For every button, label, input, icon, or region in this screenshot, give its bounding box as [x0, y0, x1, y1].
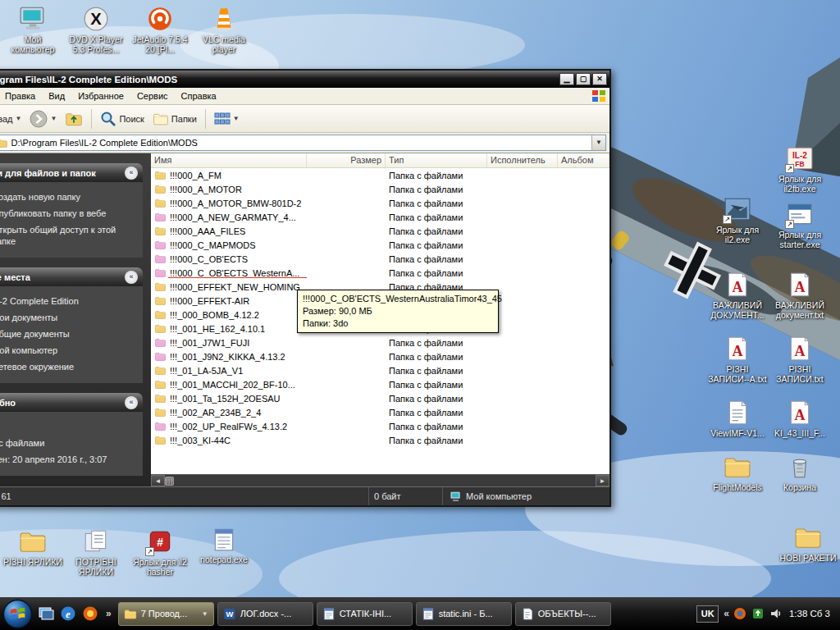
file-row[interactable]: !!!_003_KI-44CПапка с файлами: [151, 433, 609, 447]
minimize-button[interactable]: ▁: [559, 73, 574, 85]
file-row[interactable]: !!!000_C_OB'ECTSПапка с файлами: [151, 252, 609, 266]
scroll-track[interactable]: |||: [165, 475, 596, 486]
task-panel-item[interactable]: Общие документы: [0, 326, 139, 342]
file-name-cell: !!!_001_HE_162_4.10.1: [151, 323, 307, 334]
taskbar-button[interactable]: ОБЪЕКТЫ--...: [515, 602, 611, 626]
desktop-icon[interactable]: ViewIMF-V1...: [707, 399, 768, 438]
menu-item[interactable]: Правка: [0, 89, 42, 103]
file-row[interactable]: !!!_002_UP_RealFWs_4.13.2Папка с файлами: [151, 419, 609, 433]
search-button[interactable]: Поиск: [96, 108, 148, 130]
desktop-icon[interactable]: #↗Ярлык для il2 hasher: [130, 527, 190, 577]
file-row[interactable]: !!!_001_J9N2_KIKKA_4.13.2Папка с файлами: [151, 349, 609, 363]
internet-explorer-icon[interactable]: e: [60, 605, 76, 622]
folders-button[interactable]: Папки: [148, 109, 201, 129]
file-row[interactable]: !!!000_C_OB'ECTS_WesternA...Папка с файл…: [151, 266, 609, 280]
reda-icon: A: [785, 271, 815, 299]
task-panel-item[interactable]: Мой компьютер: [0, 342, 139, 358]
desktop-icon[interactable]: IL-2FB↗Ярлык для il2fb.exe: [769, 144, 830, 194]
close-button[interactable]: ✕: [592, 73, 607, 85]
scroll-left-button[interactable]: ◄: [151, 475, 165, 486]
volume-tray-icon[interactable]: [769, 607, 783, 620]
back-button[interactable]: Назад▼: [0, 107, 25, 130]
desktop-icon-label: РІЗНІ ЗАПИСИ--A.txt: [707, 364, 768, 384]
desktop-icon[interactable]: НОВІ РАКЕТИ: [778, 523, 838, 563]
task-panel-header[interactable]: Другие места«: [0, 267, 143, 286]
file-name-cell: !!!000_EFFEKT_NEW_HOMING: [151, 281, 307, 292]
collapse-chevron-icon[interactable]: «: [125, 167, 138, 180]
views-button[interactable]: ▼: [210, 109, 244, 129]
task-panel-item[interactable]: Открыть общий доступ к этой папке: [0, 221, 139, 249]
task-panel-header[interactable]: Подробно«: [0, 393, 143, 412]
media-player-icon[interactable]: [82, 605, 98, 622]
address-combo[interactable]: D:\Program Files\IL-2 Complete Edition\M…: [0, 135, 606, 151]
maximize-button[interactable]: ▢: [576, 73, 591, 85]
column-header-album[interactable]: Альбом: [558, 153, 609, 167]
column-header-artist[interactable]: Исполнитель: [487, 153, 558, 167]
menu-item[interactable]: Справка: [175, 89, 223, 103]
language-indicator[interactable]: UK: [696, 605, 719, 623]
file-row[interactable]: !!!_01_LA-5JA_V1Папка с файлами: [151, 363, 609, 377]
desktop-icon[interactable]: РІЗНІ ЯРЛИКИ: [2, 527, 63, 567]
desktop-icon[interactable]: AKI_43_III_F...: [769, 399, 830, 438]
title-bar[interactable]: D:\Program Files\IL-2 Complete Edition\M…: [0, 71, 609, 88]
file-name-cell: !!!000_AAA_FILES: [151, 226, 307, 236]
file-row[interactable]: !!!000_C_MAPMODSПапка с файлами: [151, 238, 609, 252]
show-desktop-icon[interactable]: [38, 605, 54, 622]
desktop-icon[interactable]: AРІЗНІ ЗАПИСИ.txt: [769, 335, 830, 384]
desktop-icon[interactable]: ПОТРІБНІ ЯРЛИКИ: [66, 527, 126, 577]
column-header-name[interactable]: Имя: [151, 153, 307, 167]
file-row[interactable]: !!!_002_AR_234B_2_4Папка с файлами: [151, 405, 609, 419]
task-panel-item[interactable]: Сетевое окружение: [0, 358, 139, 375]
scroll-thumb[interactable]: |||: [165, 477, 174, 486]
task-panel-item[interactable]: Создать новую папку: [0, 189, 139, 205]
desktop-icon[interactable]: JetAudio 7.5.4 20 [Pl...: [130, 5, 190, 54]
desktop-icon[interactable]: AВАЖЛИВИЙ документ.txt: [769, 271, 830, 320]
file-name-cell: !!!_01_LA-5JA_V1: [151, 365, 307, 376]
collapse-chevron-icon[interactable]: «: [125, 396, 138, 409]
desktop-icon[interactable]: ↗Ярлык для starter.exe: [769, 200, 830, 249]
menu-item[interactable]: Сервис: [130, 89, 175, 103]
address-dropdown-button[interactable]: ▼: [591, 135, 605, 150]
forward-button[interactable]: ▼: [25, 107, 61, 130]
taskbar-button[interactable]: 7 Провод...▼: [118, 602, 214, 626]
file-row[interactable]: !!!000_A_MOTOR_BMW-801D-2Папка с файлами: [151, 196, 609, 210]
desktop-icon[interactable]: AВАЖЛИВИЙ ДОКУМЕНТ...: [707, 271, 768, 320]
file-row[interactable]: !!!_001_Ta_152H_2OESAUПапка с файлами: [151, 391, 609, 405]
task-panel-item[interactable]: Опубликовать папку в вебе: [0, 205, 139, 221]
file-row[interactable]: !!!000_A_NEW_GARMATY_4...Папка с файлами: [151, 210, 609, 224]
taskbar-button[interactable]: static.ini - Б...: [416, 602, 512, 626]
task-panel-header[interactable]: Задачи для файлов и папок«: [0, 163, 143, 182]
quick-launch-overflow-chevron[interactable]: »: [106, 608, 112, 619]
file-row[interactable]: !!!_001_J7W1_FUJIПапка с файлами: [151, 336, 609, 349]
desktop-icon[interactable]: ↗Ярлык для il2.exe: [707, 195, 768, 244]
collapse-chevron-icon[interactable]: «: [125, 271, 138, 284]
horizontal-scrollbar[interactable]: ◄ ||| ►: [151, 474, 609, 486]
desktop-icon[interactable]: Корзина: [769, 453, 830, 492]
desktop-icon[interactable]: Мой компьютер: [2, 5, 63, 54]
firefox-tray-icon[interactable]: [733, 607, 746, 620]
column-header-type[interactable]: Тип: [386, 153, 487, 167]
scroll-right-button[interactable]: ►: [596, 475, 609, 486]
file-row[interactable]: !!!000_A_FMПапка с файлами: [151, 168, 609, 182]
taskbar-button[interactable]: WЛОГ.docx -...: [217, 602, 313, 626]
desktop-icon[interactable]: VLC media player: [194, 5, 254, 54]
update-tray-icon[interactable]: [751, 607, 765, 620]
tray-overflow-chevron[interactable]: «: [724, 608, 729, 619]
desktop-icon[interactable]: XDVD X Player 5.3 Profes...: [66, 5, 126, 54]
file-row[interactable]: !!!000_A_MOTORПапка с файлами: [151, 182, 609, 196]
desktop-icon[interactable]: AРІЗНІ ЗАПИСИ--A.txt: [707, 335, 768, 384]
file-name: !!!_01_LA-5JA_V1: [170, 366, 243, 376]
column-header-size[interactable]: Размер: [307, 153, 386, 167]
task-panel-item[interactable]: IL-2 Complete Edition: [0, 293, 139, 309]
start-button[interactable]: [2, 599, 33, 629]
desktop-icon[interactable]: FlightModels: [707, 453, 768, 492]
taskbar-button[interactable]: СТАТІК-ІНІ...: [317, 602, 413, 626]
desktop-icon-label: ВАЖЛИВИЙ ДОКУМЕНТ...: [707, 300, 768, 320]
task-panel-item[interactable]: Мои документы: [0, 309, 139, 326]
file-row[interactable]: !!!000_AAA_FILESПапка с файлами: [151, 224, 609, 238]
menu-item[interactable]: Избранное: [71, 89, 130, 103]
desktop-icon[interactable]: notepad.exe: [194, 525, 254, 564]
up-button[interactable]: [61, 108, 87, 130]
file-row[interactable]: !!!_001_MACCHI_202_BF-10...Папка с файла…: [151, 377, 609, 391]
menu-item[interactable]: Вид: [42, 89, 71, 103]
